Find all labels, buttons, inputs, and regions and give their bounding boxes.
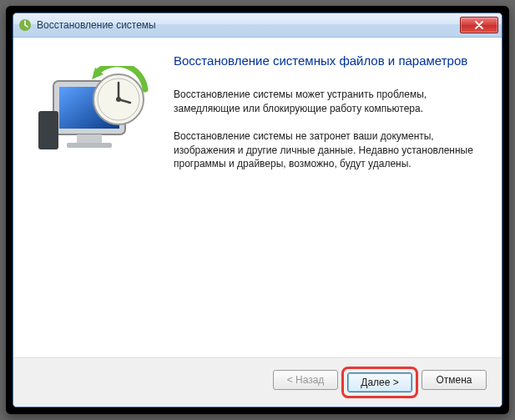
close-button[interactable] (460, 17, 498, 33)
page-heading: Восстановление системных файлов и параме… (174, 53, 482, 69)
system-restore-icon (37, 66, 154, 166)
titlebar: Восстановление системы (13, 13, 502, 38)
close-icon (474, 21, 484, 29)
illustration-pane (32, 53, 159, 357)
svg-rect-6 (38, 111, 58, 149)
text-pane: Восстановление системных файлов и параме… (174, 53, 482, 357)
svg-point-9 (116, 97, 121, 102)
footer: < Назад Далее > Отмена (13, 357, 502, 407)
app-icon (18, 18, 32, 32)
content-area: Восстановление системных файлов и параме… (13, 38, 502, 357)
paragraph-2: Восстановление системы не затронет ваши … (174, 129, 482, 171)
cancel-button[interactable]: Отмена (422, 370, 487, 390)
window-title: Восстановление системы (37, 19, 460, 31)
next-button-highlight: Далее > (341, 367, 418, 398)
next-button[interactable]: Далее > (347, 372, 412, 392)
system-restore-window: Восстановление системы (13, 13, 502, 407)
back-button: < Назад (273, 370, 338, 390)
svg-rect-5 (67, 143, 112, 148)
svg-rect-4 (77, 134, 102, 143)
paragraph-1: Восстановление системы может устранить п… (174, 88, 482, 116)
